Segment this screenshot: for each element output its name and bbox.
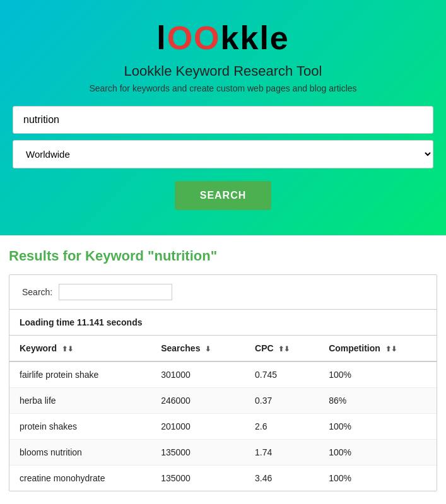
col-cpc: CPC ⬆⬇	[245, 336, 319, 361]
results-table-container: Search: Loading time 11.141 seconds Keyw…	[9, 274, 437, 491]
col-competition: Competition ⬆⬇	[319, 336, 437, 361]
cell-searches: 135000	[151, 440, 245, 466]
logo-o1: O	[167, 20, 194, 56]
cell-cpc: 3.46	[245, 466, 319, 491]
app-title: Lookkle Keyword Research Tool	[13, 63, 433, 79]
results-tbody: fairlife protein shake 301000 0.745 100%…	[9, 361, 437, 491]
cell-searches: 201000	[151, 414, 245, 440]
cell-keyword: fairlife protein shake	[9, 361, 151, 388]
table-row: creatine monohydrate 135000 3.46 100%	[9, 466, 437, 491]
competition-sort-icon[interactable]: ⬆⬇	[385, 345, 397, 353]
cpc-sort-icon[interactable]: ⬆⬇	[278, 345, 290, 353]
table-row: herba life 246000 0.37 86%	[9, 388, 437, 414]
cell-searches: 301000	[151, 361, 245, 388]
cell-cpc: 0.745	[245, 361, 319, 388]
app-subtitle: Search for keywords and create custom we…	[13, 83, 433, 93]
search-button[interactable]: SEARCH	[175, 181, 272, 210]
cell-cpc: 2.6	[245, 414, 319, 440]
cell-searches: 246000	[151, 388, 245, 414]
table-filter-input[interactable]	[59, 284, 172, 300]
results-title: Results for Keyword "nutrition"	[9, 248, 437, 264]
cell-competition: 100%	[319, 466, 437, 491]
col-keyword: Keyword ⬆⬇	[9, 336, 151, 361]
cell-cpc: 0.37	[245, 388, 319, 414]
cell-competition: 86%	[319, 388, 437, 414]
keyword-search-input[interactable]	[13, 106, 433, 134]
cell-keyword: protein shakes	[9, 414, 151, 440]
cell-keyword: creatine monohydrate	[9, 466, 151, 491]
cell-competition: 100%	[319, 361, 437, 388]
loading-time: Loading time 11.141 seconds	[9, 310, 437, 336]
table-header-row: Keyword ⬆⬇ Searches ⬇ CPC ⬆⬇ Competition…	[9, 336, 437, 361]
searches-sort-icon[interactable]: ⬇	[205, 345, 211, 353]
logo-o2: O	[194, 20, 220, 56]
header-section: lOOkkle Lookkle Keyword Research Tool Se…	[0, 0, 446, 235]
logo-l: l	[156, 20, 167, 56]
location-select[interactable]: Worldwide United States United Kingdom C…	[13, 140, 433, 168]
table-search-row: Search:	[9, 275, 437, 310]
logo: lOOkkle	[13, 19, 433, 57]
cell-competition: 100%	[319, 440, 437, 466]
table-search-label: Search:	[22, 287, 52, 297]
cell-searches: 135000	[151, 466, 245, 491]
cell-keyword: herba life	[9, 388, 151, 414]
table-row: fairlife protein shake 301000 0.745 100%	[9, 361, 437, 388]
table-row: blooms nutrition 135000 1.74 100%	[9, 440, 437, 466]
table-row: protein shakes 201000 2.6 100%	[9, 414, 437, 440]
cell-keyword: blooms nutrition	[9, 440, 151, 466]
cell-competition: 100%	[319, 414, 437, 440]
keyword-sort-icon[interactable]: ⬆⬇	[62, 345, 73, 353]
cell-cpc: 1.74	[245, 440, 319, 466]
col-searches: Searches ⬇	[151, 336, 245, 361]
results-section: Results for Keyword "nutrition" Search: …	[0, 235, 446, 504]
results-table: Keyword ⬆⬇ Searches ⬇ CPC ⬆⬇ Competition…	[9, 336, 437, 491]
logo-kkle: kkle	[221, 20, 290, 56]
